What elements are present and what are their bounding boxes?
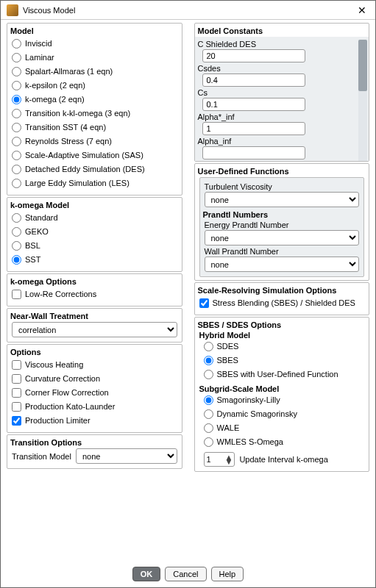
hybrid-label: SBES (217, 354, 238, 367)
model-option: Transition SST (4 eqn) (12, 121, 177, 135)
srs-sbes-checkbox[interactable] (199, 298, 209, 308)
srs-sbes-label: Stress Blending (SBES) / Shielded DES (213, 297, 355, 309)
help-button[interactable]: Help (211, 567, 244, 581)
update-interval-input[interactable] (205, 453, 224, 465)
model-option: Scale-Adaptive Simulation (SAS) (12, 148, 177, 162)
transition-model-select[interactable]: none (76, 448, 177, 464)
komega-model-label: BSL (25, 240, 40, 252)
hybrid-label: SBES with User-Defined Function (217, 368, 338, 381)
near-wall-title: Near-Wall Treatment (10, 312, 177, 320)
subgrid-option: WMLES S-Omega (204, 435, 365, 449)
option-checkbox[interactable] (12, 402, 21, 412)
hybrid-radio[interactable] (204, 370, 213, 379)
app-icon (7, 4, 18, 16)
komega-model-title: k-omega Model (10, 201, 177, 209)
cancel-button[interactable]: Cancel (165, 567, 206, 581)
model-option: Large Eddy Simulation (LES) (12, 176, 177, 190)
constant-input[interactable] (202, 98, 305, 111)
model-radio[interactable] (12, 137, 21, 146)
model-radio[interactable] (12, 95, 21, 104)
window-title: Viscous Model (23, 6, 355, 15)
subgrid-label: Smagorinsky-Lilly (217, 394, 280, 406)
constants-scrollbar[interactable] (358, 40, 367, 161)
constant-label: Alpha_inf (198, 137, 358, 146)
option-checkbox[interactable] (12, 416, 21, 426)
hybrid-radio[interactable] (204, 342, 213, 351)
hybrid-option: SDES (204, 340, 365, 354)
komega-model-radio[interactable] (12, 227, 21, 237)
model-label: Transition SST (4 eqn) (25, 121, 106, 134)
subgrid-radio[interactable] (204, 423, 213, 433)
komega-model-radio[interactable] (12, 213, 21, 223)
model-option: Laminar (12, 51, 177, 65)
hybrid-radio[interactable] (204, 356, 213, 365)
model-label: k-omega (2 eqn) (25, 93, 85, 106)
ok-button[interactable]: OK (132, 567, 161, 581)
option-row: Production Limiter (12, 414, 177, 428)
model-radio[interactable] (12, 123, 21, 132)
komega-option-row: Low-Re Corrections (12, 287, 177, 301)
spinner-arrows-icon[interactable]: ▲▼ (224, 455, 235, 464)
model-radio[interactable] (12, 109, 21, 118)
prandtl-label: Energy Prandtl Number (205, 220, 360, 229)
subgrid-option: WALE (204, 421, 365, 435)
update-interval-label: Update Interval k-omega (239, 455, 327, 464)
model-radio[interactable] (12, 53, 21, 62)
udf-turb-visc-select[interactable]: none (205, 192, 360, 207)
subgrid-label: WALE (217, 422, 240, 434)
subgrid-radio[interactable] (204, 437, 213, 447)
model-option: Transition k-kl-omega (3 eqn) (12, 107, 177, 121)
srs-title: Scale-Resolving Simulation Options (198, 286, 365, 295)
subgrid-radio[interactable] (204, 395, 213, 405)
model-label: Transition k-kl-omega (3 eqn) (25, 107, 130, 120)
komega-model-radio[interactable] (12, 241, 21, 251)
constant-input[interactable] (202, 49, 305, 62)
model-radio[interactable] (12, 39, 21, 49)
subgrid-label: WMLES S-Omega (217, 436, 283, 448)
option-checkbox[interactable] (12, 388, 21, 398)
option-label: Production Limiter (25, 415, 91, 427)
group-udf: User-Defined Functions Turbulent Viscosi… (194, 163, 370, 281)
komega-model-label: SST (25, 254, 40, 266)
close-icon[interactable]: ✕ (355, 4, 369, 16)
update-interval-spinner[interactable]: ▲▼ (204, 452, 235, 467)
option-row: Viscous Heating (12, 358, 177, 372)
model-radio[interactable] (12, 81, 21, 90)
model-radio[interactable] (12, 165, 21, 174)
komega-model-radio[interactable] (12, 255, 21, 265)
option-checkbox[interactable] (12, 374, 21, 384)
option-label: Curvature Correction (25, 373, 100, 385)
model-option: k-epsilon (2 eqn) (12, 79, 177, 93)
constant-label: C Shielded DES (198, 40, 358, 49)
udf-title: User-Defined Functions (198, 167, 365, 176)
sbes-title: SBES / SDES Options (198, 320, 365, 329)
constant-input[interactable] (202, 146, 305, 159)
model-radio[interactable] (12, 67, 21, 76)
prandtl-select[interactable]: none (205, 257, 360, 272)
komega-options-title: k-omega Options (10, 277, 177, 286)
model-label: k-epsilon (2 eqn) (25, 79, 85, 92)
komega-option-checkbox[interactable] (12, 290, 21, 299)
transition-title: Transition Options (10, 438, 177, 447)
model-option: Inviscid (12, 37, 177, 51)
constant-label: Alpha*_inf (198, 112, 358, 121)
model-radio[interactable] (12, 151, 21, 160)
komega-model-option: SST (12, 253, 177, 267)
prandtl-select[interactable]: none (205, 230, 360, 245)
option-label: Production Kato-Launder (25, 401, 115, 413)
model-radio[interactable] (12, 179, 21, 188)
option-checkbox[interactable] (12, 360, 21, 370)
prandtl-label: Wall Prandtl Number (205, 247, 360, 256)
subgrid-option: Smagorinsky-Lilly (204, 393, 365, 407)
option-label: Viscous Heating (25, 359, 83, 371)
near-wall-select[interactable]: correlation (12, 322, 177, 337)
model-label: Detached Eddy Simulation (DES) (25, 163, 145, 176)
constant-input[interactable] (202, 122, 305, 135)
model-label: Large Eddy Simulation (LES) (25, 177, 130, 190)
group-srs: Scale-Resolving Simulation Options Stres… (194, 282, 370, 315)
constant-input[interactable] (202, 74, 305, 87)
hybrid-model-title: Hybrid Model (199, 331, 365, 340)
subgrid-radio[interactable] (204, 409, 213, 419)
transition-model-label: Transition Model (12, 452, 71, 461)
group-komega-options: k-omega Options Low-Re Corrections (7, 273, 182, 306)
